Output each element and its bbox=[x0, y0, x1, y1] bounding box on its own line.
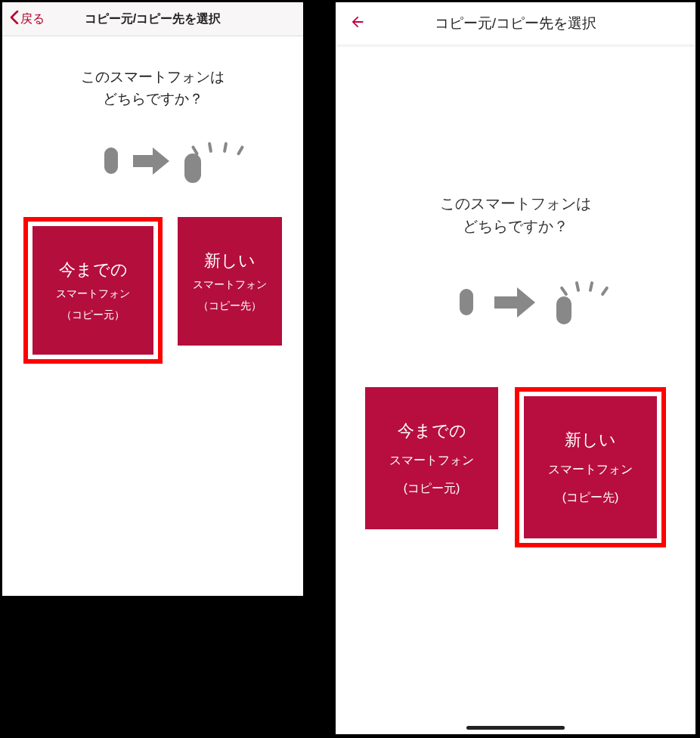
option-destination-button[interactable]: 新しい スマートフォン (コピー先) bbox=[524, 396, 657, 538]
selection-highlight: 新しい スマートフォン (コピー先) bbox=[515, 387, 666, 547]
header: コピー元/コピー先を選択 bbox=[336, 2, 695, 45]
home-indicator bbox=[466, 726, 565, 730]
phone-icon bbox=[460, 296, 473, 309]
option-dest-line1: 新しい bbox=[565, 429, 616, 451]
page-title: コピー元/コピー先を選択 bbox=[85, 11, 221, 27]
chevron-left-icon bbox=[10, 11, 20, 27]
content: このスマートフォンは どちらですか？ 今までの スマートフォン (コピー bbox=[336, 45, 695, 734]
option-source-button[interactable]: 今までの スマートフォン （コピー元） bbox=[33, 226, 153, 355]
option-source-line2: スマートフォン bbox=[56, 287, 130, 301]
arrow-left-icon bbox=[349, 14, 366, 33]
arrow-right-icon bbox=[133, 146, 169, 176]
option-source-line1: 今までの bbox=[398, 420, 466, 442]
option-dest-line2: スマートフォン bbox=[548, 462, 633, 478]
phone-active-icon bbox=[184, 147, 201, 175]
choice-row: 今までの スマートフォン （コピー元） 新しい スマートフォン （コピー先） bbox=[23, 217, 282, 364]
option-source-line3: （コピー元） bbox=[61, 309, 125, 322]
selection-highlight: 今までの スマートフォン （コピー元） bbox=[23, 217, 163, 364]
option-dest-line2: スマートフォン bbox=[193, 278, 267, 292]
svg-marker-1 bbox=[494, 287, 535, 318]
svg-marker-0 bbox=[133, 147, 169, 175]
arrow-right-icon bbox=[494, 286, 535, 319]
option-dest-line3: (コピー先) bbox=[562, 490, 619, 506]
transfer-illustration bbox=[23, 146, 282, 176]
option-dest-line3: （コピー先） bbox=[198, 299, 262, 313]
option-source-line3: (コピー元) bbox=[404, 481, 460, 497]
question-line-2: どちらですか？ bbox=[463, 218, 568, 234]
question-text: このスマートフォンは どちらですか？ bbox=[23, 67, 282, 110]
content: このスマートフォンは どちらですか？ 今までの スマートフォン bbox=[2, 36, 303, 596]
option-source-line2: スマートフォン bbox=[389, 453, 474, 469]
screen-source-select-android: コピー元/コピー先を選択 このスマートフォンは どちらですか？ 今ま bbox=[335, 2, 696, 735]
question-text: このスマートフォンは どちらですか？ bbox=[336, 192, 695, 237]
back-label: 戻る bbox=[20, 11, 45, 27]
back-button[interactable] bbox=[349, 2, 366, 45]
option-destination-button[interactable]: 新しい スマートフォン （コピー先） bbox=[178, 217, 282, 346]
option-source-button[interactable]: 今までの スマートフォン (コピー元) bbox=[365, 387, 498, 529]
phone-active-icon bbox=[556, 287, 571, 318]
question-line-1: このスマートフォンは bbox=[81, 69, 225, 85]
page-title: コピー元/コピー先を選択 bbox=[435, 14, 596, 33]
option-dest-line1: 新しい bbox=[204, 250, 256, 272]
phone-icon bbox=[104, 154, 118, 168]
screen-source-select-ios: 戻る コピー元/コピー先を選択 このスマートフォンは どちらですか？ bbox=[2, 2, 304, 597]
question-line-1: このスマートフォンは bbox=[440, 195, 591, 212]
transfer-illustration bbox=[336, 286, 695, 319]
option-source-line1: 今までの bbox=[59, 259, 128, 281]
choice-row: 今までの スマートフォン (コピー元) 新しい スマートフォン (コピー先) bbox=[336, 387, 695, 547]
question-line-2: どちらですか？ bbox=[103, 91, 203, 107]
header: 戻る コピー元/コピー先を選択 bbox=[2, 2, 303, 36]
back-button[interactable]: 戻る bbox=[10, 2, 45, 36]
